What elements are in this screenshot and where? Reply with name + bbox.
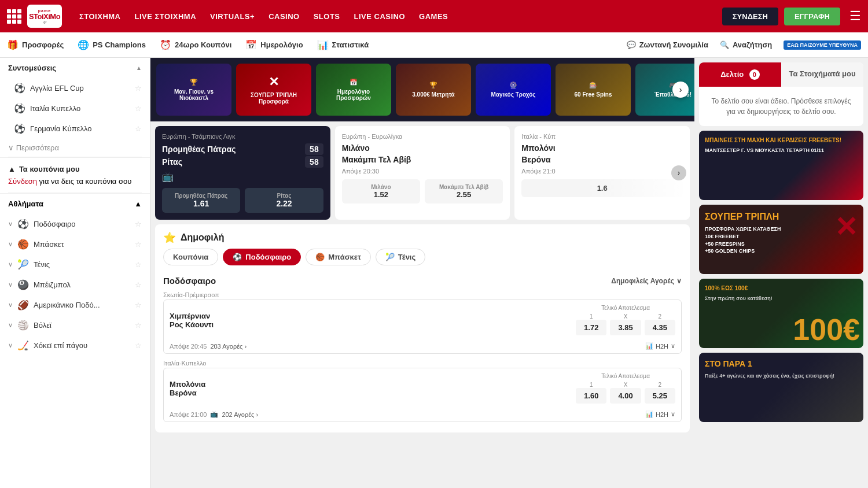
more-markets-1[interactable]: 203 Αγορές ›	[210, 343, 247, 350]
football-sport-icon: ⚽	[17, 219, 29, 230]
nav-item-24-coupon[interactable]: ⏰ 24ωρο Κουπόνι	[160, 39, 231, 50]
favorite-icon: ☆	[135, 104, 142, 113]
promo-banner-super-tripli[interactable]: ΣΟΥΠΕΡ ΤΡΙΠΛΗ ΠΡΟΣΦΟΡΑ ΧΩΡΙΣ ΚΑΤΑΘΕΣΗ 10…	[699, 205, 863, 274]
featured-next-arrow[interactable]: ›	[671, 165, 686, 180]
star-icon: ⭐	[163, 231, 176, 244]
odd-cell-1b[interactable]: 1.60	[576, 388, 606, 404]
match2-odd1[interactable]: Μιλάνο 1.52	[342, 179, 420, 204]
live-chat-link[interactable]: 💬 Ζωντανή Συνομιλία	[627, 40, 708, 49]
coupons-login-link[interactable]: Σύνδεση	[8, 177, 37, 186]
chevron-down-icon: ∨	[676, 277, 682, 285]
nav-live-stoixima[interactable]: LIVE ΣΤΟΙΧΗΜΑ	[135, 12, 197, 21]
nav-right: ΣΥΝΔΕΣΗ ΕΓΓΡΑΦΗ ☰	[722, 8, 861, 25]
sport-basketball[interactable]: ∨ 🏀 Μπάσκετ ☆	[0, 234, 150, 254]
banner-super-tripli[interactable]: ✕ ΣΟΥΠΕΡ ΤΡΙΠΛΗ Προσφορά	[236, 64, 311, 116]
login-button[interactable]: ΣΥΝΔΕΣΗ	[722, 8, 778, 25]
banner-ps-champions[interactable]: 🏆 Μαν. Γιουν. vs Νιούκαστλ	[156, 64, 231, 116]
banner-free-spins[interactable]: 🎰 60 Free Spins	[556, 64, 631, 116]
football-icon: ⚽	[14, 83, 25, 94]
promo-banner-ps-champions[interactable]: ΜΠΑΙΝΕΙΣ ΣΤΗ ΜΑΧΗ ΚΑΙ ΚΕΡΔΙΖΕΙΣ FREEBETS…	[699, 131, 863, 200]
tab-tennis[interactable]: 🎾 Τένις	[376, 249, 425, 265]
more-markets-2[interactable]: 202 Αγορές ›	[222, 411, 258, 418]
nav-item-stats[interactable]: 📊 Στατιστικά	[317, 39, 369, 50]
sport-volleyball[interactable]: ∨ 🏐 Βόλεϊ ☆	[0, 315, 150, 335]
betslip-area: Δελτίο 0 Τα Στοιχήματά μου Το δελτίο σου…	[699, 62, 863, 126]
match1-odd2[interactable]: Ρίτας 2.22	[245, 188, 323, 213]
favorite-icon: ☆	[135, 124, 142, 133]
sidebar-item-germany-cup[interactable]: ⚽ Γερμανία Κύπελλο ☆	[0, 119, 150, 139]
banner-cash[interactable]: 🏆 3.000€ Μετρητά	[396, 64, 471, 116]
tab-coupons[interactable]: Κουπόνια	[163, 249, 218, 265]
second-nav-right: 💬 Ζωντανή Συνομιλία 🔍 Αναζήτηση ΕΑΩ ΠΑΙΖ…	[627, 40, 861, 50]
featured-match-3: Ιταλία - Κύπ Μπολόνι Βερόνα Απόψε 21:0 1…	[514, 126, 690, 220]
search-link[interactable]: 🔍 Αναζήτηση	[720, 40, 772, 49]
tab-basketball[interactable]: 🏀 Μπάσκετ	[306, 249, 371, 265]
carousel-next-arrow[interactable]: ›	[672, 82, 689, 98]
sport-hockey[interactable]: ∨ 🏒 Χόκεϊ επί πάγου ☆	[0, 335, 150, 356]
nav-item-offers[interactable]: 🎁 Προσφορές	[7, 39, 64, 50]
odd-cell-2b[interactable]: 5.25	[645, 388, 675, 404]
league-label-2: Ιταλία-Κυπελλο	[163, 357, 682, 368]
more-shortcuts[interactable]: ∨ Περισσότερα	[0, 139, 150, 157]
nav-item-calendar[interactable]: 📅 Ημερολόγιο	[245, 39, 303, 50]
sport-football[interactable]: ∨ ⚽ Ποδόσφαιρο ☆	[0, 214, 150, 234]
nav-slots[interactable]: SLOTS	[314, 12, 340, 21]
fav-icon3: ☆	[135, 260, 142, 269]
popular-markets-button[interactable]: Δημοφιλείς Αγορές ∨	[611, 277, 682, 285]
sport-baseball[interactable]: ∨ 🎱 Μπέιζμπολ ☆	[0, 275, 150, 295]
promo-banner-para1[interactable]: ΣΤΟ ΠΑΡΑ 1 Παίξε 4+ αγώνες και αν χάσεις…	[699, 353, 863, 422]
sidebar: Συντομεύσεις ▲ ⚽ Αγγλία EFL Cup ☆ ⚽ Ιταλ…	[0, 58, 150, 488]
sports-section: Αθλήματα ▲ ∨ ⚽ Ποδόσφαιρο ☆ ∨ 🏀 Μπάσκετ …	[0, 193, 150, 356]
popular-section: ⭐ Δημοφιλή Κουπόνια ⚽ Ποδόσφαιρο 🏀 Μπάσκ…	[155, 224, 690, 432]
tv-icon2: 📺	[210, 411, 218, 418]
sport-american-football[interactable]: ∨ 🏈 Αμερικάνικο Ποδό... ☆	[0, 295, 150, 315]
second-nav: 🎁 Προσφορές 🌐 PS Champions ⏰ 24ωρο Κουπό…	[0, 32, 868, 58]
hamburger-icon[interactable]: ☰	[849, 9, 861, 24]
nav-virtuals[interactable]: VIRTUALS+	[210, 12, 255, 21]
fav-icon5: ☆	[135, 301, 142, 309]
nav-live-casino[interactable]: LIVE CASINO	[354, 12, 406, 21]
match3-odd1[interactable]: 1.6	[521, 179, 683, 197]
tab-football[interactable]: ⚽ Ποδόσφαιρο	[223, 249, 301, 265]
tennis-sport-icon: 🎾	[17, 259, 29, 270]
stats-icon: 📊	[317, 39, 329, 50]
tv-icon: 📺	[162, 171, 323, 182]
promo-text-1: ΜΠΑΙΝΕΙΣ ΣΤΗ ΜΑΧΗ ΚΑΙ ΚΕΡΔΙΖΕΙΣ FREEBETS…	[705, 136, 841, 154]
basketball-tab-icon: 🏀	[315, 253, 325, 261]
nav-item-ps-champions[interactable]: 🌐 PS Champions	[78, 39, 146, 50]
fav-icon2: ☆	[135, 240, 142, 249]
odd-cell-x[interactable]: 3.85	[610, 320, 641, 335]
sidebar-item-italy-cup[interactable]: ⚽ Ιταλία Κυπελλο ☆	[0, 98, 150, 119]
nav-games[interactable]: GAMES	[419, 12, 448, 21]
100-text: 100€	[793, 315, 860, 345]
match1-odd1[interactable]: Προμηθέας Πάτρας 1.61	[162, 188, 240, 213]
sports-header[interactable]: Αθλήματα ▲	[0, 194, 150, 214]
result-label: Τελικό Αποτελεσμα 1 1.72 Χ 3.85	[576, 305, 675, 335]
h2h-button-2[interactable]: 📊 H2H ∨	[645, 411, 675, 418]
odd-cell-2[interactable]: 4.35	[645, 320, 675, 335]
banner-calendar[interactable]: 📅 Ημερολόγιο Προσφορών	[316, 64, 391, 116]
shortcuts-header[interactable]: Συντομεύσεις ▲	[0, 58, 150, 78]
match2-odd2[interactable]: Μακάμπι Τελ Αβίβ 2.55	[425, 179, 503, 204]
odd-cell-1[interactable]: 1.72	[576, 320, 606, 335]
nav-stoixima[interactable]: ΣΤΟΙΧΗΜΑ	[79, 12, 121, 21]
match2-team2: Μακάμπι Τελ Αβίβ	[342, 155, 503, 164]
betslip-tab-deltio[interactable]: Δελτίο 0	[699, 62, 781, 87]
banner-wheel[interactable]: 🎡 Μαγικός Τροχός	[476, 64, 551, 116]
match-1-teams: Χιμπέρνιαν Ρος Κάουντι	[170, 312, 571, 329]
h2h-button-1[interactable]: 📊 H2H ∨	[645, 342, 675, 350]
promo-banner-100[interactable]: 100% ΕΩΣ 100€ Στην πρώτη σου κατάθεση! 1…	[699, 279, 863, 348]
banner-label: Μαν. Γιουν. vs Νιούκαστλ	[160, 88, 228, 101]
grid-icon[interactable]	[7, 9, 21, 24]
register-button[interactable]: ΕΓΓΡΑΦΗ	[784, 8, 840, 25]
sidebar-item-england-efl[interactable]: ⚽ Αγγλία EFL Cup ☆	[0, 78, 150, 98]
sports-label: Αθλήματα	[8, 199, 43, 208]
sport-tennis[interactable]: ∨ 🎾 Τένις ☆	[0, 254, 150, 275]
site-logo[interactable]: pame SToiXiMo .gr	[27, 5, 62, 28]
betslip-tab-my-bets[interactable]: Τα Στοιχήματά μου	[781, 62, 863, 87]
result-col-x: Χ 3.85	[610, 313, 641, 335]
banner-icon3: 📅	[350, 79, 358, 86]
nav-casino[interactable]: CASINO	[269, 12, 300, 21]
eao-badge: ΕΑΩ ΠΑΙΖΟΥΜΕ ΥΠΕΥΘΥΝΑ	[784, 40, 861, 50]
odd-cell-xb[interactable]: 4.00	[610, 388, 641, 404]
